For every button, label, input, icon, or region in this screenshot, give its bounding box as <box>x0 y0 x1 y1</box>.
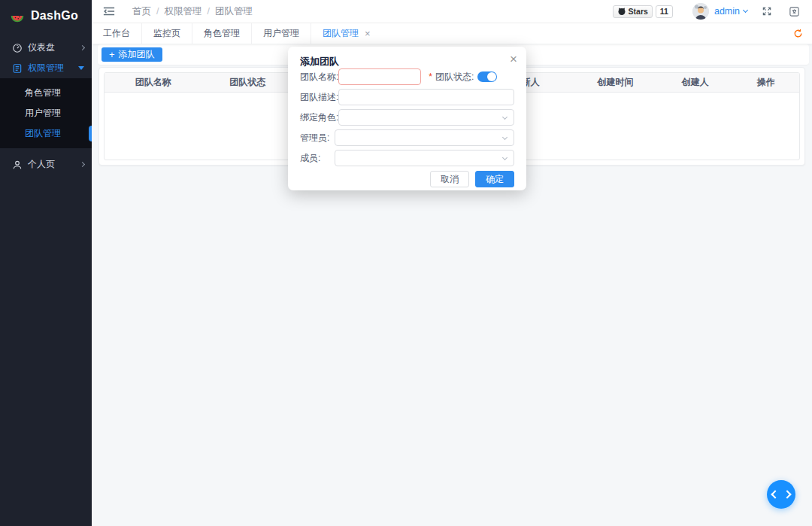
plus-icon: + <box>109 50 115 59</box>
confirm-button[interactable]: 确定 <box>475 171 514 187</box>
add-team-modal: 添加团队 × 团队名称: * 团队状态: 团队描述: 绑定角色: 管理员: <box>288 47 526 190</box>
bind-role-select[interactable] <box>338 109 514 126</box>
team-name-input[interactable] <box>338 68 421 85</box>
user-menu[interactable]: admin <box>692 3 747 20</box>
col-creator: 创建人 <box>658 73 732 92</box>
caret-down-icon <box>78 66 84 70</box>
col-actions: 操作 <box>732 73 799 92</box>
permission-icon <box>12 63 23 74</box>
team-desc-label: 团队描述: <box>300 91 338 104</box>
required-asterisk: * <box>429 71 432 82</box>
dashboard-icon <box>12 43 23 53</box>
tab-monitor[interactable]: 监控页 <box>142 23 192 44</box>
chevron-down-icon <box>743 8 748 13</box>
bind-role-label: 绑定角色: <box>300 111 338 124</box>
sidebar-fold-icon[interactable] <box>102 5 116 18</box>
language-icon[interactable] <box>786 4 801 19</box>
stars-count: 11 <box>656 5 673 18</box>
chevron-right-icon <box>80 162 85 167</box>
col-team-status: 团队状态 <box>201 73 293 92</box>
fullscreen-button[interactable] <box>759 4 774 19</box>
tab-close-icon[interactable]: × <box>365 29 371 38</box>
chevron-down-icon <box>502 155 508 160</box>
team-status-label: 团队状态: <box>435 71 474 84</box>
chevron-left-icon <box>771 490 779 498</box>
topbar: 首页 / 权限管理 / 团队管理 Stars 11 <box>92 0 812 23</box>
modal-close-icon[interactable]: × <box>510 53 517 65</box>
tab-role-management[interactable]: 角色管理 <box>192 23 252 44</box>
tabbar: 工作台 监控页 角色管理 用户管理 团队管理 × <box>92 23 812 44</box>
sidebar-item-team-management[interactable]: 团队管理 <box>0 123 92 144</box>
breadcrumb-permission[interactable]: 权限管理 <box>164 5 201 18</box>
chevron-down-icon <box>502 135 508 140</box>
watermelon-logo-icon <box>10 8 25 23</box>
chevron-down-icon <box>502 114 508 120</box>
chevron-right-icon <box>783 490 791 498</box>
member-select[interactable] <box>335 150 514 166</box>
modal-title: 添加团队 <box>300 56 339 67</box>
team-status-toggle[interactable] <box>477 71 497 82</box>
add-team-button[interactable]: + 添加团队 <box>102 47 162 62</box>
tab-workbench[interactable]: 工作台 <box>92 23 142 44</box>
col-create-time: 创建时间 <box>573 73 659 92</box>
active-indicator <box>89 126 92 141</box>
breadcrumb-team: 团队管理 <box>215 5 253 18</box>
tab-team-management[interactable]: 团队管理 × <box>311 23 382 44</box>
col-team-name: 团队名称 <box>105 73 201 92</box>
username-label: admin <box>714 6 740 17</box>
avatar <box>692 3 709 20</box>
permission-submenu: 角色管理 用户管理 团队管理 <box>0 78 92 148</box>
sidebar-item-personal-page[interactable]: 个人页 <box>0 154 92 175</box>
sidebar-item-permission[interactable]: 权限管理 <box>0 58 92 78</box>
sidebar: DashGo 仪表盘 权限管理 角色管理 用户管理 团队管理 <box>0 0 92 526</box>
person-icon <box>12 160 23 170</box>
cancel-button[interactable]: 取消 <box>430 171 469 187</box>
github-stars-badge[interactable]: Stars 11 <box>613 5 673 18</box>
team-desc-input[interactable] <box>338 89 514 105</box>
team-name-label: 团队名称: <box>300 71 338 84</box>
sidebar-item-user-management[interactable]: 用户管理 <box>0 103 92 123</box>
app-logo[interactable]: DashGo <box>0 0 92 32</box>
member-label: 成员: <box>300 152 335 165</box>
tab-user-management[interactable]: 用户管理 <box>252 23 311 44</box>
stars-label: Stars <box>629 7 648 16</box>
admin-label: 管理员: <box>300 132 335 144</box>
sidebar-item-role-management[interactable]: 角色管理 <box>0 83 92 103</box>
breadcrumb: 首页 / 权限管理 / 团队管理 <box>132 5 253 18</box>
github-icon <box>617 7 626 16</box>
sidebar-item-dashboard[interactable]: 仪表盘 <box>0 38 92 58</box>
code-drawer-button[interactable] <box>767 480 795 509</box>
chevron-right-icon <box>80 45 85 50</box>
app-title: DashGo <box>31 9 78 23</box>
breadcrumb-home[interactable]: 首页 <box>132 5 151 18</box>
refresh-icon[interactable] <box>791 27 804 41</box>
admin-select[interactable] <box>335 129 514 146</box>
